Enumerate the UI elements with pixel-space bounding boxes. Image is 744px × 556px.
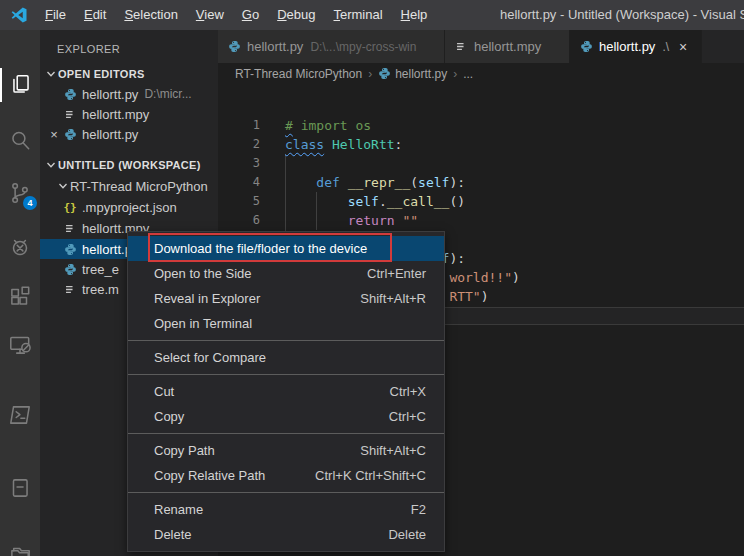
section-workspace[interactable]: UNTITLED (WORKSPACE) xyxy=(40,155,218,175)
code-line[interactable]: 6 return "" xyxy=(218,211,744,230)
menu-separator xyxy=(128,374,444,375)
tree-folder[interactable]: RT-Thread MicroPython xyxy=(40,176,218,196)
tab-description: D:\...\mpy-cross-win xyxy=(310,40,416,54)
python-icon xyxy=(62,128,78,141)
file-path: D:\micr... xyxy=(144,87,191,101)
menu-item-shortcut: Shift+Alt+C xyxy=(360,443,426,458)
extensions-icon[interactable] xyxy=(0,280,40,314)
file-icon xyxy=(455,40,468,53)
menu-debug[interactable]: Debug xyxy=(268,0,324,30)
menu-item-label: Download the file/floder to the device xyxy=(154,241,367,256)
python-icon xyxy=(62,263,78,276)
context-menu-item[interactable]: DeleteDelete xyxy=(128,522,444,547)
window-title: hellortt.py - Untitled (Workspace) - Vis… xyxy=(500,0,744,30)
context-menu-item[interactable]: CopyCtrl+C xyxy=(128,404,444,429)
tab-label: hellortt.py xyxy=(247,39,303,54)
menu-item-label: Open to the Side xyxy=(154,266,252,281)
menu-terminal[interactable]: Terminal xyxy=(324,0,391,30)
code-line[interactable]: 3 xyxy=(218,154,744,173)
context-menu-item[interactable]: Select for Compare xyxy=(128,345,444,370)
editor-tab[interactable]: hellortt.pyD:\...\mpy-cross-win xyxy=(218,30,445,63)
menu-edit[interactable]: Edit xyxy=(75,0,115,30)
menu-separator xyxy=(128,340,444,341)
editor-tab[interactable]: hellortt.mpy xyxy=(445,30,570,63)
menu-item-shortcut: Ctrl+X xyxy=(390,384,426,399)
breadcrumb-item[interactable]: ... xyxy=(463,67,473,81)
editor-tab[interactable]: hellortt.py.\× xyxy=(570,30,702,63)
code-text: self.__call__() xyxy=(285,192,465,211)
file-icon xyxy=(62,222,78,235)
files-icon[interactable] xyxy=(0,68,40,102)
tree-file[interactable]: {}.mpyproject.json xyxy=(40,197,218,217)
section-open-editors-label: OPEN EDITORS xyxy=(58,68,145,80)
breadcrumb-item[interactable]: hellortt.py xyxy=(395,67,447,81)
breadcrumb-separator: › xyxy=(368,67,372,81)
context-menu-item[interactable]: Copy PathShift+Alt+C xyxy=(128,438,444,463)
menu-item-label: Reveal in Explorer xyxy=(154,291,260,306)
menu-item-label: Open in Terminal xyxy=(154,316,252,331)
breadcrumb: RT-Thread MicroPython›hellortt.py›... xyxy=(218,63,744,84)
python-icon xyxy=(580,40,593,53)
sidebar-title: EXPLORER xyxy=(57,43,120,55)
close-icon[interactable]: × xyxy=(46,127,62,142)
file-label: tree_e xyxy=(82,262,119,277)
file-label: tree.m xyxy=(82,282,119,297)
code-line[interactable]: 1# import os xyxy=(218,116,744,135)
section-workspace-label: UNTITLED (WORKSPACE) xyxy=(58,159,201,171)
menu-file[interactable]: File xyxy=(36,0,75,30)
menu-view[interactable]: View xyxy=(187,0,233,30)
breadcrumb-separator: › xyxy=(453,67,457,81)
context-menu: Download the file/floder to the deviceOp… xyxy=(127,231,445,552)
code-text: # import os xyxy=(285,116,371,135)
open-editor-item[interactable]: hellortt.mpy xyxy=(40,104,218,124)
context-menu-item[interactable]: Open to the SideCtrl+Enter xyxy=(128,261,444,286)
context-menu-item[interactable]: Open in Terminal xyxy=(128,311,444,336)
line-number: 4 xyxy=(218,173,260,192)
source-control-icon[interactable]: 4 xyxy=(0,176,40,210)
context-menu-item[interactable]: Copy Relative PathCtrl+K Ctrl+Shift+C xyxy=(128,463,444,488)
menu-selection[interactable]: Selection xyxy=(115,0,186,30)
menu-item-shortcut: Ctrl+C xyxy=(389,409,426,424)
search-icon[interactable] xyxy=(0,123,40,157)
vscode-window: FileEditSelectionViewGoDebugTerminalHelp… xyxy=(0,0,744,556)
tab-bar: hellortt.pyD:\...\mpy-cross-winhellortt.… xyxy=(218,30,744,63)
menu-go[interactable]: Go xyxy=(233,0,268,30)
tab-close-icon[interactable]: × xyxy=(679,39,687,55)
folder-label: RT-Thread MicroPython xyxy=(70,179,208,194)
file-label: .mpyproject.json xyxy=(82,200,177,215)
python-icon xyxy=(378,67,391,80)
menu-bar: FileEditSelectionViewGoDebugTerminalHelp xyxy=(36,0,436,30)
menu-help[interactable]: Help xyxy=(392,0,437,30)
file-icon xyxy=(62,283,78,296)
menu-item-label: Copy Path xyxy=(154,443,215,458)
monitor-device-icon[interactable] xyxy=(0,328,40,362)
breadcrumb-item[interactable]: RT-Thread MicroPython xyxy=(235,67,362,81)
context-menu-item[interactable]: RenameF2 xyxy=(128,497,444,522)
terminal-icon[interactable] xyxy=(0,398,40,432)
menu-separator xyxy=(128,433,444,434)
menu-item-label: Delete xyxy=(154,527,192,542)
open-editor-item[interactable]: ×hellortt.py xyxy=(40,124,218,144)
context-menu-item[interactable]: CutCtrl+X xyxy=(128,379,444,404)
open-editor-item[interactable]: hellortt.pyD:\micr... xyxy=(40,84,218,104)
line-number: 3 xyxy=(218,154,260,173)
json-icon: {} xyxy=(62,201,78,214)
context-menu-item[interactable]: Reveal in ExplorerShift+Alt+R xyxy=(128,286,444,311)
python-icon xyxy=(62,88,78,101)
file-label: hellortt.py xyxy=(82,127,138,142)
code-line[interactable]: 2class HelloRtt: xyxy=(218,135,744,154)
context-menu-item[interactable]: Download the file/floder to the device xyxy=(128,236,444,261)
debug-icon[interactable] xyxy=(0,230,40,264)
menu-item-shortcut: Shift+Alt+R xyxy=(360,291,426,306)
file-icon xyxy=(62,108,78,121)
badge-count: 4 xyxy=(23,196,37,210)
section-open-editors[interactable]: OPEN EDITORS xyxy=(40,64,218,84)
menu-item-label: Rename xyxy=(154,502,203,517)
notebook-icon[interactable] xyxy=(0,471,40,505)
file-label: hellortt.py xyxy=(82,87,138,102)
menu-item-shortcut: Ctrl+Enter xyxy=(367,266,426,281)
folder-icon[interactable] xyxy=(0,538,40,556)
code-line[interactable]: 4 def __repr__(self): xyxy=(218,173,744,192)
line-number: 1 xyxy=(218,116,260,135)
code-line[interactable]: 5 self.__call__() xyxy=(218,192,744,211)
